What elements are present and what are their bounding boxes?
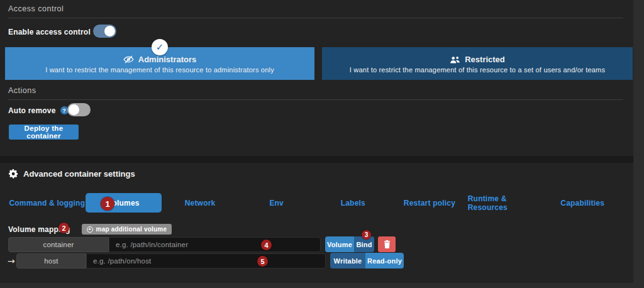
trash-icon	[384, 240, 391, 248]
option-administrators[interactable]: ✓ Administrators I want to restrict the …	[5, 47, 314, 80]
tab-restart-policy[interactable]: Restart policy	[391, 193, 468, 213]
section-divider	[0, 156, 633, 163]
users-icon	[450, 56, 460, 64]
toggle-knob	[69, 104, 79, 115]
tab-env[interactable]: Env	[238, 193, 315, 213]
maps-to-arrow-icon: →	[8, 253, 15, 269]
plus-circle-icon: +	[87, 226, 93, 233]
volume-mapping-header: Volume mapping + map additional volume	[8, 224, 172, 235]
map-additional-volume-button[interactable]: + map additional volume	[82, 224, 172, 235]
map-additional-volume-label: map additional volume	[96, 226, 167, 233]
host-path-input[interactable]	[86, 253, 326, 269]
tab-command-logging[interactable]: Command & logging	[9, 193, 86, 213]
advanced-settings-title-row: Advanced container settings	[9, 169, 135, 179]
advanced-settings-title: Advanced container settings	[23, 169, 135, 179]
enable-access-control-label: Enable access control	[8, 28, 91, 36]
container-path-addon-label: container	[8, 237, 109, 252]
tab-runtime-resources[interactable]: Runtime & Resources	[468, 193, 545, 213]
option-description: I want to restrict the management of thi…	[322, 66, 633, 74]
gear-icon	[9, 169, 18, 179]
writable-button[interactable]: Writable	[330, 253, 365, 269]
tab-volumes[interactable]: Volumes	[86, 193, 162, 213]
tab-network[interactable]: Network	[162, 193, 238, 213]
actions-section-title: Actions	[8, 86, 623, 100]
auto-remove-toggle[interactable]	[67, 103, 91, 116]
annotation-step-3: 3	[362, 230, 371, 240]
enable-access-control-row: Enable access control ?	[8, 25, 103, 38]
selected-check-icon: ✓	[152, 39, 168, 55]
deploy-container-button[interactable]: Deploy the container	[9, 125, 79, 140]
eye-slash-icon	[123, 55, 134, 64]
annotation-step-5: 5	[257, 256, 268, 267]
volume-type-button[interactable]: Volume	[325, 236, 354, 252]
toggle-knob	[104, 26, 115, 36]
form-card: Access control Enable access control ? ✓…	[0, 0, 633, 156]
option-title: Restricted	[465, 55, 505, 64]
advanced-settings-card: Advanced container settings Command & lo…	[0, 163, 633, 283]
access-control-toggle[interactable]	[93, 25, 116, 38]
access-control-section-title: Access control	[8, 4, 623, 18]
annotation-step-1: 1	[101, 197, 114, 211]
auto-remove-label: Auto remove	[8, 106, 56, 115]
auto-remove-row: Auto remove ?	[8, 104, 69, 117]
container-path-input[interactable]	[109, 237, 321, 252]
annotation-step-4: 4	[261, 240, 272, 250]
host-path-addon-label: host	[16, 253, 86, 269]
tab-capabilities[interactable]: Capabilities	[544, 193, 621, 213]
option-title: Administrators	[138, 55, 196, 64]
option-restricted[interactable]: Restricted I want to restrict the manage…	[322, 47, 633, 80]
read-only-button[interactable]: Read-only	[365, 253, 404, 269]
option-description: I want to restrict the management of thi…	[5, 66, 314, 74]
remove-volume-button[interactable]	[378, 236, 396, 252]
annotation-step-2: 2	[58, 223, 69, 233]
tab-labels[interactable]: Labels	[315, 193, 392, 213]
